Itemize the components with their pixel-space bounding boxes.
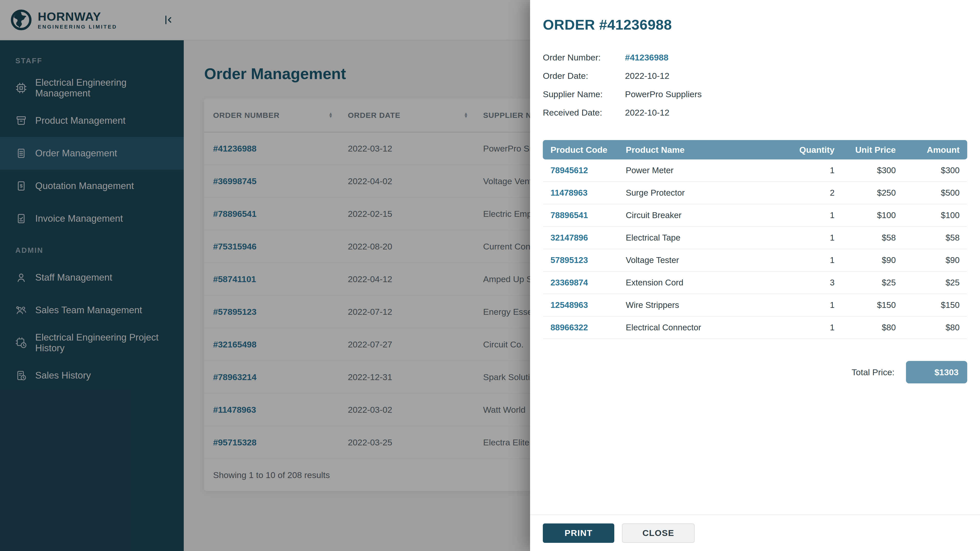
product-row: 11478963 Surge Protector 2 $250 $500 <box>543 182 967 204</box>
products-table: Product Code Product Name Quantity Unit … <box>543 140 967 339</box>
product-row: 12548963 Wire Strippers 1 $150 $150 <box>543 294 967 317</box>
drawer-title: ORDER #41236988 <box>543 16 967 33</box>
detail-row-supplier-name: Supplier Name: PowerPro Suppliers <box>543 85 967 103</box>
order-detail-drawer: ORDER #41236988 Order Number: #41236988 … <box>530 0 980 551</box>
product-code-link[interactable]: 57895123 <box>550 256 626 265</box>
total-price-label: Total Price: <box>852 367 894 377</box>
total-price-row: Total Price: $1303 <box>543 361 967 383</box>
product-row: 23369874 Extension Cord 3 $25 $25 <box>543 272 967 294</box>
product-code-link[interactable]: 78896541 <box>550 210 626 220</box>
order-number-link[interactable]: #41236988 <box>625 52 668 62</box>
close-button[interactable]: CLOSE <box>622 524 695 543</box>
product-code-link[interactable]: 12548963 <box>550 300 626 310</box>
product-code-link[interactable]: 32147896 <box>550 233 626 243</box>
drawer-footer: PRINT CLOSE <box>530 514 980 551</box>
detail-row-received-date: Received Date: 2022-10-12 <box>543 103 967 122</box>
product-code-link[interactable]: 11478963 <box>550 188 626 198</box>
order-details: Order Number: #41236988 Order Date: 2022… <box>543 48 967 122</box>
product-row: 57895123 Voltage Tester 1 $90 $90 <box>543 249 967 272</box>
detail-row-order-number: Order Number: #41236988 <box>543 48 967 67</box>
product-row: 88966322 Electrical Connector 1 $80 $80 <box>543 317 967 339</box>
product-row: 32147896 Electrical Tape 1 $58 $58 <box>543 227 967 249</box>
total-price-value: $1303 <box>906 361 967 383</box>
product-code-link[interactable]: 23369874 <box>550 278 626 287</box>
print-button[interactable]: PRINT <box>543 524 614 543</box>
product-row: 78945612 Power Meter 1 $300 $300 <box>543 159 967 182</box>
products-table-header: Product Code Product Name Quantity Unit … <box>543 140 967 159</box>
product-code-link[interactable]: 88966322 <box>550 323 626 332</box>
detail-row-order-date: Order Date: 2022-10-12 <box>543 67 967 85</box>
product-row: 78896541 Circuit Breaker 1 $100 $100 <box>543 204 967 227</box>
product-code-link[interactable]: 78945612 <box>550 165 626 175</box>
